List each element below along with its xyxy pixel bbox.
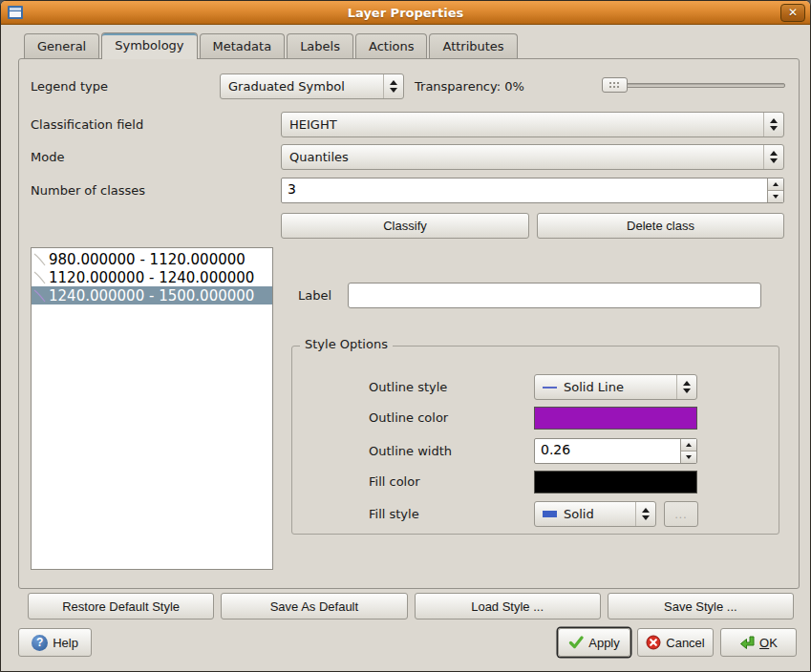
spin-up-button[interactable] [681, 439, 696, 452]
class-list-item[interactable]: 1120.000000 - 1240.000000 [32, 268, 272, 286]
cancel-x-icon [646, 635, 661, 650]
style-options-group: Style Options Outline style Solid Line O… [291, 346, 779, 535]
fill-style-more-button[interactable]: ... [664, 501, 698, 527]
class-list-item-selected[interactable]: 1240.000000 - 1500.000000 [32, 286, 272, 304]
combo-arrows-icon [635, 502, 655, 526]
grip-dots-icon [608, 81, 621, 90]
outline-width-label: Outline width [369, 438, 452, 464]
style-options-title: Style Options [300, 337, 393, 351]
fill-style-combobox[interactable]: Solid [534, 501, 656, 527]
classify-button[interactable]: Classify [281, 213, 529, 239]
close-button[interactable]: ✕ [780, 4, 805, 22]
apply-check-icon [568, 635, 584, 650]
help-button[interactable]: ? Help [18, 628, 92, 657]
save-as-default-button[interactable]: Save As Default [221, 593, 407, 620]
apply-button[interactable]: Apply [558, 628, 630, 657]
slider-handle[interactable] [602, 77, 628, 93]
spin-down-button[interactable] [681, 452, 696, 463]
classification-field-value: HEIGHT [289, 117, 337, 132]
fill-color-label: Fill color [369, 469, 420, 494]
outline-color-swatch-button[interactable] [534, 407, 697, 430]
fill-color-swatch-button[interactable] [534, 471, 697, 494]
class-list[interactable]: 980.000000 - 1120.000000 1120.000000 - 1… [31, 247, 273, 570]
solid-fill-icon [543, 511, 557, 517]
tab-bar: General Symbology Metadata Labels Action… [24, 32, 520, 58]
tab-symbology[interactable]: Symbology [101, 32, 197, 59]
transparency-slider [602, 77, 785, 94]
symbol-curve-icon [32, 288, 49, 304]
legend-type-value: Graduated Symbol [228, 79, 345, 94]
combo-arrows-icon [763, 113, 783, 136]
window-title: Layer Properties [1, 6, 810, 20]
tab-labels[interactable]: Labels [287, 33, 353, 58]
help-icon: ? [32, 635, 48, 651]
spin-up-button[interactable] [768, 178, 783, 191]
class-range-label: 1240.000000 - 1500.000000 [49, 287, 254, 304]
class-list-item[interactable]: 980.000000 - 1120.000000 [32, 250, 272, 268]
combo-arrows-icon [763, 145, 783, 169]
ok-enter-arrow-icon [739, 635, 755, 650]
combo-arrows-icon [383, 74, 403, 98]
tab-actions[interactable]: Actions [355, 33, 428, 58]
fill-style-value: Solid [564, 507, 594, 521]
symbol-curve-icon [32, 270, 49, 285]
delete-class-button[interactable]: Delete class [537, 213, 784, 239]
solid-line-icon [543, 387, 557, 388]
number-of-classes-label: Number of classes [31, 178, 145, 203]
mode-combobox[interactable]: Quantiles [281, 144, 784, 170]
label-input[interactable] [348, 283, 761, 308]
number-of-classes-spinbox[interactable]: 3 [281, 178, 784, 203]
style-button-row: Restore Default Style Save As Default Lo… [28, 593, 794, 620]
titlebar: Layer Properties ✕ [1, 1, 810, 25]
ok-button[interactable]: OK [720, 628, 797, 657]
class-range-label: 1120.000000 - 1240.000000 [49, 269, 254, 286]
outline-width-spinbox[interactable]: 0.26 [534, 438, 697, 464]
save-style-button[interactable]: Save Style ... [608, 593, 794, 620]
restore-default-style-button[interactable]: Restore Default Style [28, 593, 214, 620]
spin-down-button[interactable] [768, 191, 783, 202]
legend-type-combobox[interactable]: Graduated Symbol [220, 74, 404, 99]
symbology-panel: Legend type Graduated Symbol Transparenc… [18, 58, 800, 589]
load-style-button[interactable]: Load Style ... [415, 593, 601, 620]
number-of-classes-value: 3 [282, 178, 767, 202]
tab-attributes[interactable]: Attributes [429, 33, 517, 58]
outline-style-value: Solid Line [564, 380, 624, 394]
label-field-label: Label [298, 283, 331, 308]
classification-field-label: Classification field [31, 112, 143, 137]
symbol-curve-icon [32, 252, 49, 267]
transparency-label: Transparency: 0% [415, 74, 524, 99]
mode-label: Mode [31, 144, 64, 170]
class-range-label: 980.000000 - 1120.000000 [49, 251, 245, 268]
outline-style-combobox[interactable]: Solid Line [534, 374, 697, 400]
classification-field-combobox[interactable]: HEIGHT [281, 112, 784, 137]
cancel-button[interactable]: Cancel [637, 628, 714, 657]
legend-type-label: Legend type [31, 74, 108, 99]
mode-value: Quantiles [289, 150, 349, 164]
slider-track[interactable] [602, 83, 785, 88]
combo-arrows-icon [676, 375, 696, 399]
layer-properties-dialog: Layer Properties ✕ General Symbology Met… [0, 0, 811, 672]
tab-metadata[interactable]: Metadata [200, 33, 286, 58]
outline-color-label: Outline color [369, 405, 448, 430]
outline-width-value: 0.26 [535, 439, 680, 463]
outline-style-label: Outline style [369, 374, 447, 400]
fill-style-label: Fill style [369, 501, 419, 527]
tab-general[interactable]: General [24, 33, 99, 58]
